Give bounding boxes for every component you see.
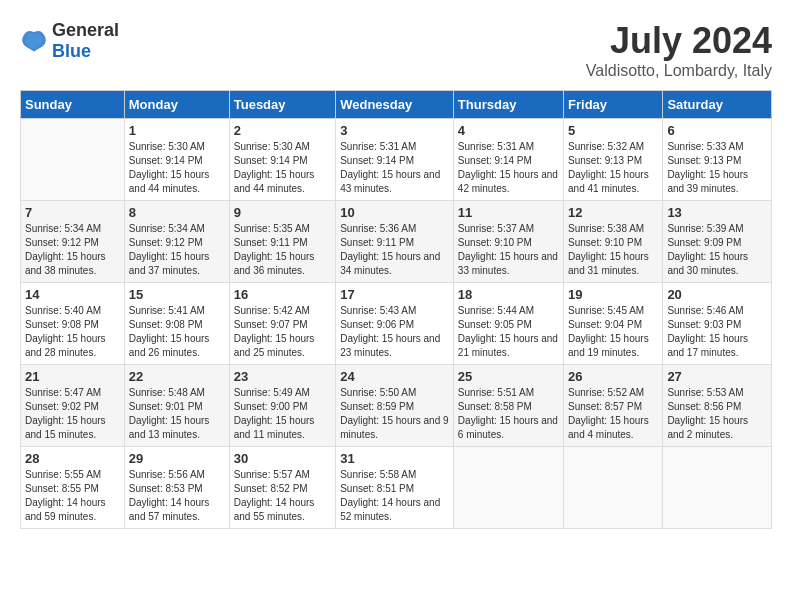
sunset-text: Sunset: 9:04 PM	[568, 319, 642, 330]
sunrise-text: Sunrise: 5:34 AM	[25, 223, 101, 234]
daylight-text: Daylight: 15 hours and 41 minutes.	[568, 169, 649, 194]
calendar-cell: 27 Sunrise: 5:53 AM Sunset: 8:56 PM Dayl…	[663, 365, 772, 447]
daylight-text: Daylight: 14 hours and 55 minutes.	[234, 497, 315, 522]
sunset-text: Sunset: 9:07 PM	[234, 319, 308, 330]
cell-info: Sunrise: 5:30 AM Sunset: 9:14 PM Dayligh…	[129, 140, 225, 196]
daylight-text: Daylight: 15 hours and 31 minutes.	[568, 251, 649, 276]
sunset-text: Sunset: 8:55 PM	[25, 483, 99, 494]
sunset-text: Sunset: 9:03 PM	[667, 319, 741, 330]
cell-info: Sunrise: 5:47 AM Sunset: 9:02 PM Dayligh…	[25, 386, 120, 442]
cell-info: Sunrise: 5:32 AM Sunset: 9:13 PM Dayligh…	[568, 140, 658, 196]
date-number: 11	[458, 205, 559, 220]
sunset-text: Sunset: 8:51 PM	[340, 483, 414, 494]
calendar-cell	[663, 447, 772, 529]
daylight-text: Daylight: 15 hours and 44 minutes.	[234, 169, 315, 194]
sunrise-text: Sunrise: 5:36 AM	[340, 223, 416, 234]
sunrise-text: Sunrise: 5:44 AM	[458, 305, 534, 316]
calendar-cell: 8 Sunrise: 5:34 AM Sunset: 9:12 PM Dayli…	[124, 201, 229, 283]
daylight-text: Daylight: 15 hours and 30 minutes.	[667, 251, 748, 276]
logo-text: General Blue	[52, 20, 119, 62]
cell-info: Sunrise: 5:53 AM Sunset: 8:56 PM Dayligh…	[667, 386, 767, 442]
col-header-wednesday: Wednesday	[336, 91, 454, 119]
calendar-cell: 24 Sunrise: 5:50 AM Sunset: 8:59 PM Dayl…	[336, 365, 454, 447]
cell-info: Sunrise: 5:37 AM Sunset: 9:10 PM Dayligh…	[458, 222, 559, 278]
cell-info: Sunrise: 5:40 AM Sunset: 9:08 PM Dayligh…	[25, 304, 120, 360]
daylight-text: Daylight: 15 hours and 38 minutes.	[25, 251, 106, 276]
date-number: 31	[340, 451, 449, 466]
week-row-4: 21 Sunrise: 5:47 AM Sunset: 9:02 PM Dayl…	[21, 365, 772, 447]
date-number: 28	[25, 451, 120, 466]
calendar-cell: 9 Sunrise: 5:35 AM Sunset: 9:11 PM Dayli…	[229, 201, 335, 283]
sunset-text: Sunset: 8:53 PM	[129, 483, 203, 494]
daylight-text: Daylight: 14 hours and 57 minutes.	[129, 497, 210, 522]
daylight-text: Daylight: 15 hours and 17 minutes.	[667, 333, 748, 358]
sunrise-text: Sunrise: 5:30 AM	[129, 141, 205, 152]
calendar-cell: 19 Sunrise: 5:45 AM Sunset: 9:04 PM Dayl…	[564, 283, 663, 365]
sunset-text: Sunset: 9:12 PM	[129, 237, 203, 248]
sunset-text: Sunset: 9:10 PM	[458, 237, 532, 248]
calendar-cell: 25 Sunrise: 5:51 AM Sunset: 8:58 PM Dayl…	[453, 365, 563, 447]
week-row-2: 7 Sunrise: 5:34 AM Sunset: 9:12 PM Dayli…	[21, 201, 772, 283]
cell-info: Sunrise: 5:31 AM Sunset: 9:14 PM Dayligh…	[340, 140, 449, 196]
sunset-text: Sunset: 9:00 PM	[234, 401, 308, 412]
col-header-tuesday: Tuesday	[229, 91, 335, 119]
calendar-cell	[564, 447, 663, 529]
cell-info: Sunrise: 5:34 AM Sunset: 9:12 PM Dayligh…	[129, 222, 225, 278]
sunset-text: Sunset: 9:01 PM	[129, 401, 203, 412]
date-number: 17	[340, 287, 449, 302]
subtitle: Valdisotto, Lombardy, Italy	[586, 62, 772, 80]
cell-info: Sunrise: 5:41 AM Sunset: 9:08 PM Dayligh…	[129, 304, 225, 360]
calendar-cell: 4 Sunrise: 5:31 AM Sunset: 9:14 PM Dayli…	[453, 119, 563, 201]
calendar-cell: 21 Sunrise: 5:47 AM Sunset: 9:02 PM Dayl…	[21, 365, 125, 447]
sunset-text: Sunset: 8:58 PM	[458, 401, 532, 412]
sunrise-text: Sunrise: 5:38 AM	[568, 223, 644, 234]
date-number: 9	[234, 205, 331, 220]
cell-info: Sunrise: 5:46 AM Sunset: 9:03 PM Dayligh…	[667, 304, 767, 360]
sunrise-text: Sunrise: 5:41 AM	[129, 305, 205, 316]
date-number: 22	[129, 369, 225, 384]
calendar-cell: 12 Sunrise: 5:38 AM Sunset: 9:10 PM Dayl…	[564, 201, 663, 283]
sunrise-text: Sunrise: 5:46 AM	[667, 305, 743, 316]
daylight-text: Daylight: 15 hours and 39 minutes.	[667, 169, 748, 194]
sunrise-text: Sunrise: 5:31 AM	[458, 141, 534, 152]
calendar-cell: 13 Sunrise: 5:39 AM Sunset: 9:09 PM Dayl…	[663, 201, 772, 283]
col-header-monday: Monday	[124, 91, 229, 119]
daylight-text: Daylight: 15 hours and 37 minutes.	[129, 251, 210, 276]
date-number: 3	[340, 123, 449, 138]
cell-info: Sunrise: 5:39 AM Sunset: 9:09 PM Dayligh…	[667, 222, 767, 278]
week-row-1: 1 Sunrise: 5:30 AM Sunset: 9:14 PM Dayli…	[21, 119, 772, 201]
daylight-text: Daylight: 15 hours and 34 minutes.	[340, 251, 440, 276]
daylight-text: Daylight: 15 hours and 4 minutes.	[568, 415, 649, 440]
date-number: 6	[667, 123, 767, 138]
sunrise-text: Sunrise: 5:34 AM	[129, 223, 205, 234]
col-header-friday: Friday	[564, 91, 663, 119]
daylight-text: Daylight: 14 hours and 59 minutes.	[25, 497, 106, 522]
date-number: 24	[340, 369, 449, 384]
sunrise-text: Sunrise: 5:31 AM	[340, 141, 416, 152]
daylight-text: Daylight: 15 hours and 25 minutes.	[234, 333, 315, 358]
sunrise-text: Sunrise: 5:50 AM	[340, 387, 416, 398]
header-row: SundayMondayTuesdayWednesdayThursdayFrid…	[21, 91, 772, 119]
date-number: 21	[25, 369, 120, 384]
calendar-cell: 31 Sunrise: 5:58 AM Sunset: 8:51 PM Dayl…	[336, 447, 454, 529]
title-area: July 2024 Valdisotto, Lombardy, Italy	[586, 20, 772, 80]
daylight-text: Daylight: 15 hours and 21 minutes.	[458, 333, 558, 358]
sunrise-text: Sunrise: 5:40 AM	[25, 305, 101, 316]
calendar-cell: 28 Sunrise: 5:55 AM Sunset: 8:55 PM Dayl…	[21, 447, 125, 529]
daylight-text: Daylight: 15 hours and 23 minutes.	[340, 333, 440, 358]
cell-info: Sunrise: 5:33 AM Sunset: 9:13 PM Dayligh…	[667, 140, 767, 196]
calendar-cell: 3 Sunrise: 5:31 AM Sunset: 9:14 PM Dayli…	[336, 119, 454, 201]
calendar-cell: 30 Sunrise: 5:57 AM Sunset: 8:52 PM Dayl…	[229, 447, 335, 529]
daylight-text: Daylight: 14 hours and 52 minutes.	[340, 497, 440, 522]
daylight-text: Daylight: 15 hours and 42 minutes.	[458, 169, 558, 194]
calendar-table: SundayMondayTuesdayWednesdayThursdayFrid…	[20, 90, 772, 529]
calendar-cell: 29 Sunrise: 5:56 AM Sunset: 8:53 PM Dayl…	[124, 447, 229, 529]
sunrise-text: Sunrise: 5:30 AM	[234, 141, 310, 152]
date-number: 4	[458, 123, 559, 138]
calendar-cell: 26 Sunrise: 5:52 AM Sunset: 8:57 PM Dayl…	[564, 365, 663, 447]
cell-info: Sunrise: 5:31 AM Sunset: 9:14 PM Dayligh…	[458, 140, 559, 196]
sunrise-text: Sunrise: 5:53 AM	[667, 387, 743, 398]
calendar-cell: 17 Sunrise: 5:43 AM Sunset: 9:06 PM Dayl…	[336, 283, 454, 365]
cell-info: Sunrise: 5:49 AM Sunset: 9:00 PM Dayligh…	[234, 386, 331, 442]
calendar-cell: 18 Sunrise: 5:44 AM Sunset: 9:05 PM Dayl…	[453, 283, 563, 365]
